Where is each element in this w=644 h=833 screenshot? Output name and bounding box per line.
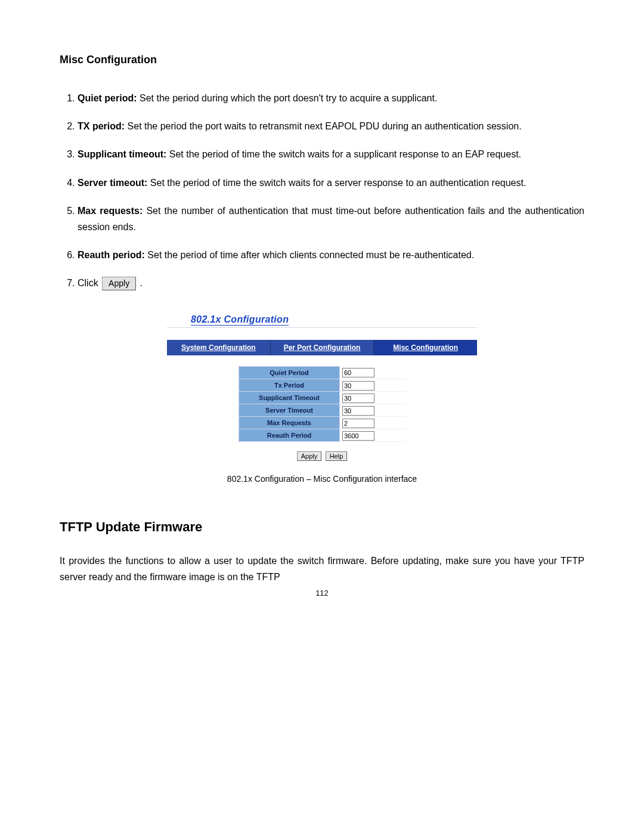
term-desc: Set the period the port waits to retrans… (125, 121, 522, 131)
quiet-period-input[interactable] (342, 368, 374, 377)
click-prefix: Click (78, 278, 101, 288)
term-desc: Set the period of time the switch waits … (166, 149, 521, 159)
term-desc: Set the period of time after which clien… (145, 250, 474, 260)
max-requests-input[interactable] (342, 419, 374, 428)
form-row-tx-period: Tx Period (239, 379, 405, 392)
server-timeout-input[interactable] (342, 406, 374, 416)
list-item: Max requests: Set the number of authenti… (78, 203, 584, 235)
page-number: 112 (60, 589, 584, 597)
term-label: TX period: (78, 121, 125, 131)
document-page: Misc Configuration Quiet period: Set the… (0, 0, 644, 833)
field-input-cell (340, 366, 405, 379)
tx-period-input[interactable] (342, 381, 374, 391)
list-item: Supplicant timeout: Set the period of ti… (78, 146, 584, 162)
field-input-cell (340, 392, 405, 404)
misc-config-heading: Misc Configuration (60, 54, 584, 66)
field-label: Reauth Period (239, 429, 340, 442)
form-row-reauth-period: Reauth Period (239, 429, 405, 442)
click-suffix: . (140, 278, 143, 288)
list-item: Click Apply . (78, 275, 584, 291)
field-label: Tx Period (239, 379, 340, 392)
tab-per-port-configuration[interactable]: Per Port Configuration (271, 340, 374, 355)
list-item: Quiet period: Set the period during whic… (78, 90, 584, 106)
reauth-period-input[interactable] (342, 431, 374, 441)
field-label: Quiet Period (239, 366, 340, 379)
form-area: Quiet Period Tx Period Supplicant Timeou… (167, 355, 477, 466)
form-row-supplicant-timeout: Supplicant Timeout (239, 392, 405, 404)
button-row: Apply Help (296, 450, 348, 461)
term-desc: Set the number of authentication that mu… (78, 206, 584, 232)
field-input-cell (340, 404, 405, 417)
term-label: Reauth period: (78, 250, 145, 260)
term-label: Supplicant timeout: (78, 149, 166, 159)
field-input-cell (340, 417, 405, 429)
apply-button-inline[interactable]: Apply (102, 277, 136, 290)
form-row-quiet-period: Quiet Period (239, 366, 405, 379)
tftp-heading: TFTP Update Firmware (60, 519, 584, 535)
field-label: Max Requests (239, 417, 340, 429)
form-row-max-requests: Max Requests (239, 417, 405, 429)
tab-system-configuration[interactable]: System Configuration (167, 340, 271, 355)
tab-row: System Configuration Per Port Configurat… (167, 340, 477, 355)
figure-caption: 802.1x Configuration – Misc Configuratio… (60, 474, 584, 484)
config-steps-list: Quiet period: Set the period during whic… (60, 90, 584, 292)
panel-title: 802.1x Configuration (167, 309, 477, 328)
term-desc: Set the period during which the port doe… (137, 93, 438, 103)
help-button[interactable]: Help (326, 451, 348, 461)
field-input-cell (340, 379, 405, 392)
term-label: Quiet period: (78, 93, 137, 103)
tftp-paragraph: It provides the functions to allow a use… (60, 553, 584, 585)
term-label: Server timeout: (78, 178, 147, 188)
config-panel: 802.1x Configuration System Configuratio… (167, 309, 477, 466)
field-label: Server Timeout (239, 404, 340, 417)
list-item: Reauth period: Set the period of time af… (78, 247, 584, 263)
term-label: Max requests: (78, 206, 143, 216)
list-item: TX period: Set the period the port waits… (78, 118, 584, 134)
field-label: Supplicant Timeout (239, 392, 340, 404)
list-item: Server timeout: Set the period of time t… (78, 175, 584, 191)
form-row-server-timeout: Server Timeout (239, 404, 405, 417)
field-input-cell (340, 429, 405, 442)
supplicant-timeout-input[interactable] (342, 394, 374, 403)
apply-button[interactable]: Apply (297, 451, 322, 461)
term-desc: Set the period of time the switch waits … (147, 178, 526, 188)
tab-misc-configuration[interactable]: Misc Configuration (374, 340, 477, 355)
